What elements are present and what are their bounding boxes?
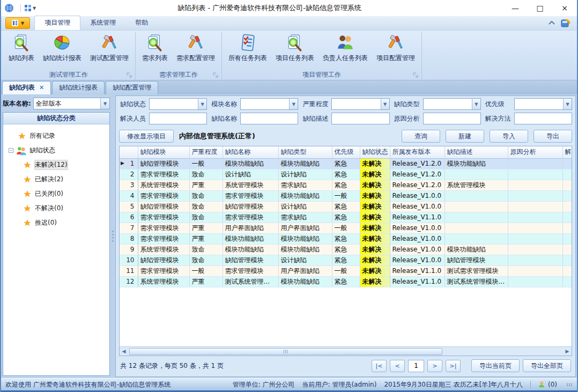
table-cell[interactable]: 模块功能缺陷 (444, 158, 508, 169)
table-cell[interactable] (508, 169, 562, 180)
column-header[interactable]: 严重程度 (189, 146, 223, 158)
project-config-button[interactable]: 项目配置管理 (372, 32, 419, 64)
table-cell[interactable]: 测试需求管理模块 (444, 265, 508, 276)
table-cell[interactable]: 未解决 (360, 265, 390, 276)
requirement-list-button[interactable]: 需求列表 (138, 32, 172, 64)
table-cell[interactable]: Release_V1.0.0 (390, 255, 444, 265)
table-row[interactable]: 8需求管理模块严重模块功能缺陷模块功能缺陷紧急未解决Release_V1.0.0 (120, 233, 572, 244)
table-cell[interactable] (508, 158, 562, 169)
table-cell[interactable]: 系统管理模块 (223, 180, 278, 190)
column-header[interactable]: 所属发布版本 (390, 146, 444, 158)
table-cell[interactable]: Release_V1.1.0 (390, 265, 444, 276)
scroll-right-arrow-icon[interactable]: ▶ (563, 347, 572, 356)
table-row[interactable]: 10缺陷管理模块致命缺陷管理模块设计缺陷紧急未解决Release_V1.0.0缺… (120, 255, 572, 265)
message-indicator[interactable]: (0) (538, 381, 557, 388)
table-cell[interactable] (562, 212, 572, 223)
table-cell[interactable]: 设计缺陷 (278, 255, 332, 265)
table-cell[interactable]: 需求管理模块 (223, 190, 278, 201)
chevron-down-icon[interactable]: ▼ (381, 99, 389, 109)
table-row[interactable]: 6需求管理模块致命需求管理模块需求缺陷紧急未解决Release_V1.1.0 (120, 212, 572, 223)
table-cell[interactable]: 需求缺陷 (278, 212, 332, 223)
table-cell[interactable]: 致命 (189, 201, 223, 212)
first-page-button[interactable]: |< (372, 360, 387, 372)
doc-tab-defect-report[interactable]: 缺陷统计报表 (52, 81, 105, 94)
version-combobox[interactable]: 全部版本 ▼ (33, 98, 110, 109)
table-cell[interactable]: 需求缺陷 (278, 180, 332, 190)
table-cell[interactable]: 测试系统管理模块... (444, 276, 508, 287)
tree-item-status[interactable]: ★未解决(12) (9, 158, 107, 172)
table-cell[interactable]: 未解决 (360, 190, 390, 201)
table-cell[interactable] (508, 276, 562, 287)
table-cell[interactable]: 模块功能缺陷 (278, 233, 332, 244)
table-cell[interactable] (562, 255, 572, 265)
all-tasks-button[interactable]: 所有任务列表 (224, 32, 271, 64)
chevron-down-icon[interactable]: ▼ (100, 98, 109, 109)
table-cell[interactable]: 模块功能缺陷 (278, 244, 332, 255)
filter-input[interactable] (241, 99, 289, 109)
table-cell[interactable]: 模块功能缺陷 (444, 244, 508, 255)
column-header[interactable]: 缺陷类型 (278, 146, 332, 158)
table-cell[interactable]: 未解决 (360, 212, 390, 223)
table-cell[interactable]: 需求管理模块 (138, 212, 189, 223)
table-cell[interactable]: Release_V1.0.0 (390, 190, 444, 201)
ribbon-tab-help[interactable]: 帮助 (125, 16, 158, 30)
owner-tasks-button[interactable]: 负责人任务列表 (318, 32, 372, 64)
table-cell[interactable]: 缺陷管理模块 (444, 255, 508, 265)
table-cell[interactable]: 未解决 (360, 180, 390, 190)
table-cell[interactable]: 系统管理模块 (138, 276, 189, 287)
table-cell[interactable]: 模块功能缺陷 (223, 158, 278, 169)
table-cell[interactable]: 需求管理模块 (138, 223, 189, 233)
table-cell[interactable] (562, 180, 572, 190)
column-header[interactable]: 缺陷模块 (138, 146, 189, 158)
table-cell[interactable]: 严重 (189, 180, 223, 190)
table-cell[interactable]: 致命 (189, 244, 223, 255)
defect-name-input[interactable] (240, 113, 298, 124)
table-cell[interactable] (562, 158, 572, 169)
ribbon-tab-system[interactable]: 系统管理 (80, 16, 125, 30)
filter-input[interactable] (332, 113, 389, 124)
prev-page-button[interactable]: < (390, 360, 405, 372)
table-cell[interactable]: 设计缺陷 (278, 169, 332, 180)
priority-select[interactable]: ▼ (514, 98, 572, 110)
table-cell[interactable] (508, 180, 562, 190)
table-cell[interactable]: 需求管理模块 (138, 190, 189, 201)
chevron-down-icon[interactable]: ▼ (472, 99, 480, 109)
import-button[interactable]: 导入 (490, 130, 528, 143)
filter-input[interactable] (241, 113, 298, 124)
panel-splitter[interactable] (110, 95, 115, 377)
column-header[interactable]: 缺陷名称 (223, 146, 278, 158)
table-row[interactable]: 9系统管理模块致命模块功能缺陷模块功能缺陷紧急未解决Release_V1.0.0… (120, 244, 572, 255)
filter-input[interactable] (332, 99, 380, 109)
table-cell[interactable]: Release_V1.2.0 (390, 180, 444, 190)
table-cell[interactable]: 一般 (332, 265, 360, 276)
project-tasks-button[interactable]: 项目任务列表 (271, 32, 318, 64)
scroll-left-arrow-icon[interactable]: ◀ (120, 347, 128, 356)
table-cell[interactable] (562, 223, 572, 233)
tree-item-all-records[interactable]: ★ 所有记录 (9, 129, 107, 143)
table-cell[interactable] (444, 169, 508, 180)
table-cell[interactable]: 一般 (332, 223, 360, 233)
table-cell[interactable]: 一般 (189, 265, 223, 276)
table-cell[interactable]: 未解决 (360, 244, 390, 255)
filter-input[interactable] (150, 99, 198, 109)
table-cell[interactable]: 致命 (189, 255, 223, 265)
close-button[interactable]: × (552, 0, 577, 16)
skin-selector-icon[interactable] (561, 18, 570, 28)
table-cell[interactable] (444, 233, 508, 244)
column-header[interactable]: 缺陷描述 (444, 146, 508, 158)
dialog-launcher-icon[interactable] (413, 72, 418, 78)
table-cell[interactable]: 用户界面缺陷 (278, 223, 332, 233)
table-cell[interactable]: 模块功能缺陷 (278, 276, 332, 287)
last-page-button[interactable]: >| (446, 360, 461, 372)
table-cell[interactable] (508, 233, 562, 244)
page-number-input[interactable] (408, 360, 424, 372)
table-cell[interactable]: Release_V1.1.0 (390, 212, 444, 223)
table-cell[interactable]: 需求管理模块 (138, 233, 189, 244)
table-cell[interactable]: 需求管理模块 (223, 212, 278, 223)
table-cell[interactable]: 紧急 (332, 255, 360, 265)
table-cell[interactable] (562, 190, 572, 201)
table-cell[interactable]: 一般 (189, 158, 223, 169)
minimize-button[interactable]: — (503, 0, 528, 16)
table-cell[interactable] (562, 233, 572, 244)
resolver-input[interactable] (149, 113, 207, 124)
